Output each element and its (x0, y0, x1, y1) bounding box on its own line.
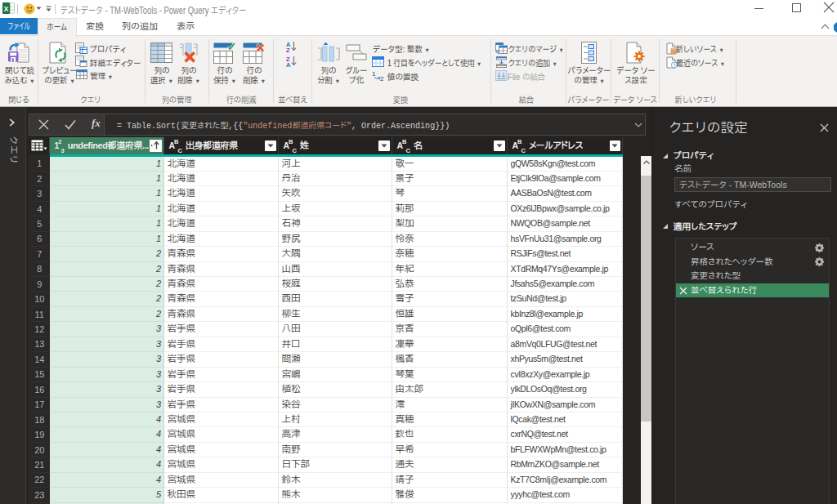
svg-text:A: A (286, 61, 291, 69)
svg-text:2: 2 (380, 75, 384, 81)
svg-text:Z: Z (286, 47, 290, 54)
svg-text:X: X (3, 5, 8, 13)
svg-text:1: 1 (372, 70, 376, 78)
